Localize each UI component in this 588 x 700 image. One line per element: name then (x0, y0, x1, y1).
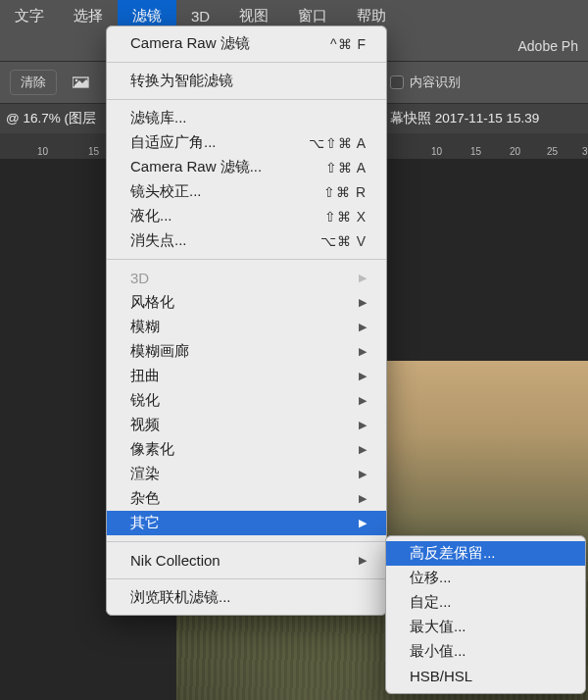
menu-item-label: 3D (130, 270, 149, 286)
menu-item-label: 渲染 (130, 465, 160, 483)
menu-item-label: 镜头校正... (130, 182, 202, 201)
menu-shortcut: ⌥⇧⌘ A (309, 135, 367, 151)
svg-point-1 (75, 79, 77, 81)
menu-item-label: 浏览联机滤镜... (130, 588, 231, 607)
other-submenu: 高反差保留... 位移... 自定... 最大值... 最小值... HSB/H… (385, 535, 586, 694)
submenu-arrow-icon: ▶ (359, 419, 367, 431)
ruler-tick: 15 (88, 146, 99, 157)
tab-filename: 幕快照 2017-11-15 15.39 (390, 110, 539, 127)
menu-item-video[interactable]: 视频▶ (107, 413, 386, 437)
menu-item-adaptive-wide-angle[interactable]: 自适应广角...⌥⇧⌘ A (107, 130, 386, 155)
menu-item-label: 最小值... (410, 642, 466, 661)
menu-separator (107, 99, 386, 100)
menu-shortcut: ^⌘ F (330, 36, 367, 52)
menu-item-browse-filters-online[interactable]: 浏览联机滤镜... (107, 585, 386, 610)
menu-shortcut: ⇧⌘ R (323, 184, 367, 200)
menu-separator (107, 541, 386, 542)
menu-item-nik-collection[interactable]: Nik Collection▶ (107, 548, 386, 573)
tab-zoom-label: @ 16.7% (图层 (4, 110, 96, 127)
ruler-tick: 20 (510, 146, 520, 157)
menu-item-filter-gallery[interactable]: 滤镜库... (107, 106, 386, 130)
menu-item-label: 其它 (130, 514, 160, 532)
ruler-tick: 10 (37, 146, 48, 157)
filter-menu: Camera Raw 滤镜 ^⌘ F 转换为智能滤镜 滤镜库... 自适应广角.… (106, 25, 387, 616)
menu-item-blur-gallery[interactable]: 模糊画廊▶ (107, 339, 386, 364)
ruler-tick: 30 (582, 146, 588, 157)
menu-item-label: 视频 (130, 416, 160, 434)
submenu-arrow-icon: ▶ (359, 394, 367, 407)
submenu-arrow-icon: ▶ (359, 370, 367, 382)
menu-shortcut: ⇧⌘ X (324, 209, 367, 225)
menu-shortcut: ⇧⌘ A (325, 160, 367, 175)
clear-button[interactable]: 清除 (10, 70, 57, 95)
menu-item-label: 滤镜库... (130, 109, 187, 127)
menu-separator (107, 259, 386, 260)
menu-item-custom[interactable]: 自定... (386, 590, 585, 615)
menu-item-label: 转换为智能滤镜 (130, 72, 233, 90)
menu-item-label: 高反差保留... (410, 544, 496, 563)
menu-item-label: 自适应广角... (130, 133, 217, 152)
submenu-arrow-icon: ▶ (359, 554, 367, 567)
submenu-arrow-icon: ▶ (359, 296, 367, 309)
menu-item-label: 最大值... (410, 618, 466, 636)
content-aware-option[interactable]: 内容识别 (390, 74, 461, 91)
menu-item-label: 消失点... (130, 231, 187, 250)
menu-item-label: HSB/HSL (410, 668, 472, 684)
menu-item-label: 风格化 (130, 293, 174, 312)
menu-item-other[interactable]: 其它▶ (107, 511, 386, 535)
menu-item-pixelate[interactable]: 像素化▶ (107, 437, 386, 462)
submenu-arrow-icon: ▶ (359, 492, 367, 505)
menu-item-label: 杂色 (130, 489, 160, 508)
menu-text[interactable]: 文字 (0, 0, 59, 31)
menu-item-convert-smart-filter[interactable]: 转换为智能滤镜 (107, 69, 386, 93)
ruler-tick: 25 (547, 146, 558, 157)
menu-item-high-pass[interactable]: 高反差保留... (386, 541, 585, 566)
menu-shortcut: ⌥⌘ V (320, 233, 367, 249)
menu-item-blur[interactable]: 模糊▶ (107, 315, 386, 339)
menu-item-label: 模糊画廊 (130, 342, 189, 361)
menu-item-sharpen[interactable]: 锐化▶ (107, 388, 386, 413)
menu-item-label: 锐化 (130, 391, 160, 410)
menu-item-noise[interactable]: 杂色▶ (107, 486, 386, 511)
menu-item-label: 像素化 (130, 440, 174, 459)
ruler-tick: 10 (431, 146, 442, 157)
menu-item-label: 扭曲 (130, 367, 160, 385)
menu-item-lens-correction[interactable]: 镜头校正...⇧⌘ R (107, 179, 386, 204)
app-title: Adobe Ph (518, 31, 589, 61)
menu-item-offset[interactable]: 位移... (386, 566, 585, 590)
menu-item-render[interactable]: 渲染▶ (107, 462, 386, 486)
submenu-arrow-icon: ▶ (359, 272, 367, 284)
content-aware-checkbox[interactable] (390, 75, 404, 89)
brush-preset-icon[interactable] (73, 74, 92, 91)
menu-item-label: Camera Raw 滤镜... (130, 158, 262, 176)
submenu-arrow-icon: ▶ (359, 443, 367, 456)
menu-item-distort[interactable]: 扭曲▶ (107, 364, 386, 388)
submenu-arrow-icon: ▶ (359, 345, 367, 358)
submenu-arrow-icon: ▶ (359, 517, 367, 529)
menu-item-3d: 3D▶ (107, 266, 386, 290)
menu-separator (107, 62, 386, 63)
menu-item-vanishing-point[interactable]: 消失点...⌥⌘ V (107, 228, 386, 253)
submenu-arrow-icon: ▶ (359, 468, 367, 480)
menu-item-label: Camera Raw 滤镜 (130, 34, 250, 53)
menu-item-camera-raw-filter-last[interactable]: Camera Raw 滤镜 ^⌘ F (107, 31, 386, 56)
menu-item-liquify[interactable]: 液化...⇧⌘ X (107, 204, 386, 228)
menu-separator (107, 578, 386, 579)
menu-item-label: 自定... (410, 593, 452, 612)
menu-item-minimum[interactable]: 最小值... (386, 639, 585, 664)
menu-item-stylize[interactable]: 风格化▶ (107, 290, 386, 315)
menu-item-label: Nik Collection (130, 552, 220, 569)
menu-item-camera-raw-filter[interactable]: Camera Raw 滤镜...⇧⌘ A (107, 155, 386, 179)
content-aware-label: 内容识别 (410, 74, 461, 91)
menu-item-label: 模糊 (130, 318, 160, 336)
menu-item-label: 液化... (130, 207, 172, 225)
submenu-arrow-icon: ▶ (359, 321, 367, 333)
ruler-tick: 15 (470, 146, 481, 157)
menu-item-hsb-hsl[interactable]: HSB/HSL (386, 664, 585, 688)
menu-item-label: 位移... (410, 569, 452, 587)
menu-item-maximum[interactable]: 最大值... (386, 615, 585, 639)
